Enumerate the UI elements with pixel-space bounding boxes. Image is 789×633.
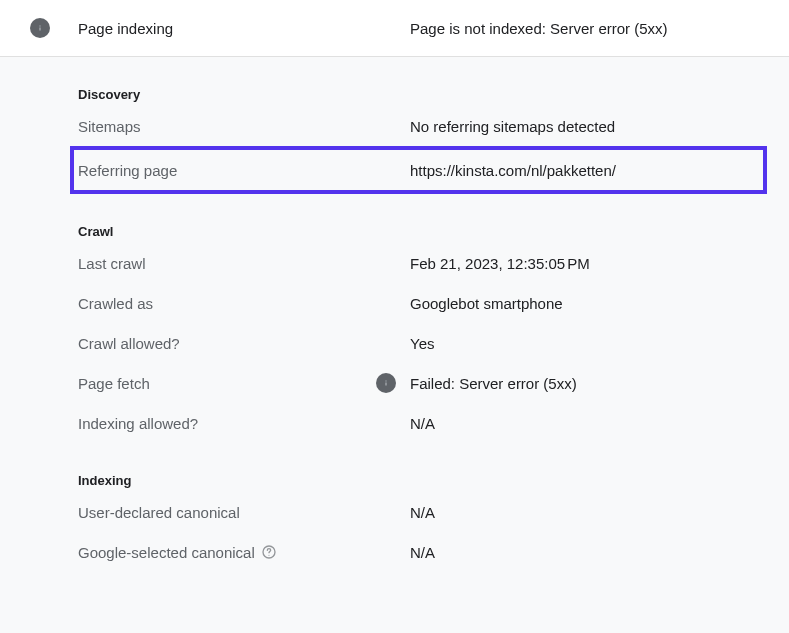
- value-referring-page: https://kinsta.com/nl/pakketten/: [410, 162, 616, 179]
- row-user-canonical: User-declared canonical N/A: [78, 492, 759, 532]
- label-page-fetch-text: Page fetch: [78, 375, 150, 392]
- value-last-crawl: Feb 21, 2023, 12:35:05 PM: [410, 255, 590, 272]
- row-page-fetch: Page fetch Failed: Server error (5xx): [78, 363, 759, 403]
- label-sitemaps: Sitemaps: [78, 118, 410, 135]
- label-crawled-as: Crawled as: [78, 295, 410, 312]
- value-google-canonical: N/A: [410, 544, 435, 561]
- value-user-canonical: N/A: [410, 504, 435, 521]
- page-status: Page is not indexed: Server error (5xx): [410, 20, 668, 37]
- value-sitemaps: No referring sitemaps detected: [410, 118, 615, 135]
- label-page-fetch: Page fetch: [78, 373, 410, 393]
- row-crawled-as: Crawled as Googlebot smartphone: [78, 283, 759, 323]
- row-crawl-allowed: Crawl allowed? Yes: [78, 323, 759, 363]
- label-last-crawl: Last crawl: [78, 255, 410, 272]
- label-indexing-allowed: Indexing allowed?: [78, 415, 410, 432]
- label-referring-page: Referring page: [78, 162, 410, 179]
- value-page-fetch: Failed: Server error (5xx): [410, 375, 577, 392]
- info-icon: [30, 18, 50, 38]
- label-google-canonical-text: Google-selected canonical: [78, 544, 255, 561]
- row-sitemaps: Sitemaps No referring sitemaps detected: [78, 106, 759, 146]
- value-crawl-allowed: Yes: [410, 335, 434, 352]
- svg-point-1: [268, 555, 269, 556]
- section-crawl-heading: Crawl: [78, 194, 759, 243]
- row-google-canonical: Google-selected canonical N/A: [78, 532, 759, 572]
- section-discovery-heading: Discovery: [78, 57, 759, 106]
- page-indexing-header: Page indexing Page is not indexed: Serve…: [0, 0, 789, 57]
- value-crawled-as: Googlebot smartphone: [410, 295, 563, 312]
- details-panel: Discovery Sitemaps No referring sitemaps…: [0, 57, 789, 572]
- row-indexing-allowed: Indexing allowed? N/A: [78, 403, 759, 443]
- value-indexing-allowed: N/A: [410, 415, 435, 432]
- row-last-crawl: Last crawl Feb 21, 2023, 12:35:05 PM: [78, 243, 759, 283]
- highlight-referring-page: Referring page https://kinsta.com/nl/pak…: [70, 146, 767, 194]
- help-icon[interactable]: [261, 544, 277, 560]
- label-crawl-allowed: Crawl allowed?: [78, 335, 410, 352]
- label-google-canonical: Google-selected canonical: [78, 544, 410, 561]
- page-title: Page indexing: [78, 20, 410, 37]
- info-icon[interactable]: [376, 373, 396, 393]
- label-user-canonical: User-declared canonical: [78, 504, 410, 521]
- row-referring-page: Referring page https://kinsta.com/nl/pak…: [78, 150, 759, 190]
- section-indexing-heading: Indexing: [78, 443, 759, 492]
